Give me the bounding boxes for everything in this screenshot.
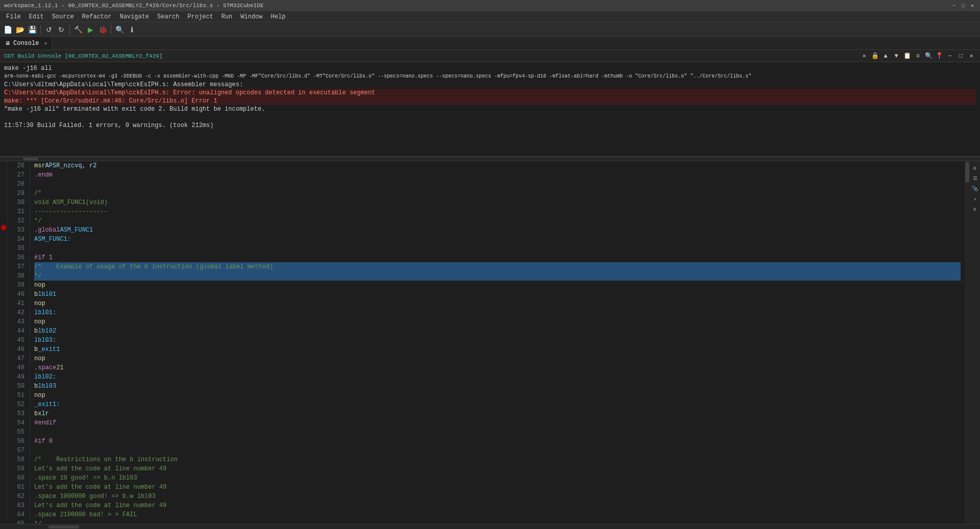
breakpoint-gutter — [0, 161, 7, 524]
menu-file[interactable]: File — [2, 12, 25, 21]
open-button[interactable]: 📂 — [14, 24, 26, 35]
menu-navigate[interactable]: Navigate — [115, 12, 153, 21]
debug-button[interactable]: 🐞 — [97, 24, 108, 35]
right-icon-3[interactable]: 📎 — [971, 185, 979, 193]
bp-69 — [0, 493, 7, 501]
right-icon-5[interactable]: ⇅ — [971, 205, 979, 213]
bottom-scrollbar[interactable] — [0, 524, 980, 529]
code-line-60: .space 10 good! => b.n lbl03 — [34, 473, 961, 483]
menu-edit[interactable]: Edit — [25, 12, 48, 21]
bp-27 — [0, 169, 7, 177]
bp-32 — [0, 207, 7, 215]
help-toolbar-button[interactable]: ℹ — [126, 24, 137, 35]
h-scroll-thumb[interactable] — [23, 158, 38, 160]
console-find-button[interactable]: 🔍 — [924, 52, 933, 61]
bp-46 — [0, 316, 7, 324]
bp-72 — [0, 516, 7, 524]
line-numbers: 26 27 28 29 30 31 32 33 34 35 36 37 38 3… — [7, 161, 30, 524]
minimize-button[interactable]: − — [950, 2, 958, 9]
main-toolbar: 📄 📂 💾 ↺ ↻ 🔨 ▶ 🐞 🔍 ℹ — [0, 22, 980, 37]
menu-search[interactable]: Search — [153, 12, 183, 21]
bp-30 — [0, 192, 7, 199]
breakpoint-marker-34 — [1, 225, 6, 230]
console-tab-close[interactable]: ✕ — [44, 40, 47, 46]
menu-refactor[interactable]: Refactor — [78, 12, 116, 21]
menu-help[interactable]: Help — [267, 12, 290, 21]
line-num-27: 27 — [7, 170, 28, 180]
search-toolbar-button[interactable]: 🔍 — [114, 24, 125, 35]
line-num-56: 56 — [7, 437, 28, 446]
console-copy-button[interactable]: 📋 — [902, 52, 912, 61]
line-num-55: 55 — [7, 427, 28, 437]
code-line-34: ASM_FUNC1: — [34, 235, 961, 244]
right-icon-1[interactable]: ⚙ — [971, 164, 979, 172]
code-line-51: nop — [34, 391, 961, 400]
bp-34[interactable] — [0, 223, 7, 232]
code-line-63: Let's add the code at line number 49 — [34, 501, 961, 510]
console-line: C:\Users\dltmd\AppData\Local\Temp\cckEsI… — [4, 81, 976, 89]
console-tab[interactable]: 🖥 Console ✕ — [0, 37, 53, 49]
redo-button[interactable]: ↻ — [56, 24, 67, 35]
line-num-62: 62 — [7, 492, 28, 501]
bp-48 — [0, 332, 7, 339]
console-minimize-button[interactable]: − — [945, 52, 954, 61]
line-num-30: 30 — [7, 198, 28, 207]
code-line-65: */ — [34, 519, 961, 524]
console-scroll-down-button[interactable]: ▼ — [892, 52, 901, 61]
scrollbar-thumb[interactable] — [965, 162, 969, 183]
line-num-32: 32 — [7, 216, 28, 225]
bp-49 — [0, 339, 7, 347]
menu-run[interactable]: Run — [217, 12, 237, 21]
code-editor[interactable]: msr APSR_nzcvq, r2 .endm /* void ASM_FUN… — [30, 161, 965, 524]
code-line-47: nop — [34, 354, 961, 363]
line-num-28: 28 — [7, 180, 28, 189]
close-button[interactable]: ✕ — [969, 2, 976, 9]
console-clear-button[interactable]: ✕ — [860, 52, 869, 61]
right-icon-2[interactable]: ☰ — [971, 174, 979, 183]
code-line-35 — [34, 244, 961, 253]
console-scroll-lock-button[interactable]: 🔒 — [870, 52, 879, 61]
code-line-49: lbl02: — [34, 372, 961, 382]
code-line-45: lbl03: — [34, 336, 961, 345]
console-tab-label: Console — [13, 40, 39, 47]
console-pin-button[interactable]: 📍 — [935, 52, 944, 61]
code-line-57 — [34, 446, 961, 455]
bp-71 — [0, 509, 7, 516]
line-num-43: 43 — [7, 317, 28, 326]
bp-55 — [0, 386, 7, 393]
bp-39 — [0, 263, 7, 270]
console-icon: 🖥 — [5, 40, 10, 46]
line-num-49: 49 — [7, 372, 28, 382]
line-num-39: 39 — [7, 281, 28, 290]
bp-60 — [0, 424, 7, 432]
menu-project[interactable]: Project — [183, 12, 217, 21]
new-button[interactable]: 📄 — [2, 24, 13, 35]
menu-source[interactable]: Source — [48, 12, 78, 21]
title-bar: workspace_1.12.1 - 00_CORTEX_02_ASSEMBLY… — [0, 0, 980, 11]
bp-38 — [0, 255, 7, 263]
run-button[interactable]: ▶ — [85, 24, 96, 35]
editor-scrollbar[interactable] — [965, 161, 970, 524]
console-select-all-button[interactable]: ≡ — [913, 52, 922, 61]
console-close-button[interactable]: ✕ — [967, 52, 976, 61]
h-scroll-thumb[interactable] — [48, 525, 79, 528]
right-icon-4[interactable]: ↗ — [971, 195, 979, 203]
bp-58 — [0, 409, 7, 416]
undo-button[interactable]: ↺ — [43, 24, 55, 35]
line-num-59: 59 — [7, 464, 28, 473]
build-button[interactable]: 🔨 — [72, 24, 84, 35]
line-num-61: 61 — [7, 483, 28, 492]
console-error-line: C:\Users\dltmd\AppData\Local\Temp\cckEsI… — [4, 89, 976, 97]
console-maximize-button[interactable]: □ — [956, 52, 965, 61]
code-line-36: #if 1 — [34, 253, 961, 262]
console-scroll-up-button[interactable]: ▲ — [881, 52, 890, 61]
code-line-58: /* Restrictions on the b instruction — [34, 455, 961, 464]
bp-54 — [0, 378, 7, 386]
line-num-40: 40 — [7, 290, 28, 299]
save-button[interactable]: 💾 — [27, 24, 38, 35]
maximize-button[interactable]: □ — [960, 2, 967, 9]
menu-window[interactable]: Window — [236, 12, 266, 21]
h-scroll-bar[interactable] — [0, 157, 980, 161]
code-line-33: .global ASM_FUNC1 — [34, 225, 961, 235]
console-toolbar: ✕ 🔒 ▲ ▼ 📋 ≡ 🔍 📍 − □ ✕ — [860, 52, 976, 61]
